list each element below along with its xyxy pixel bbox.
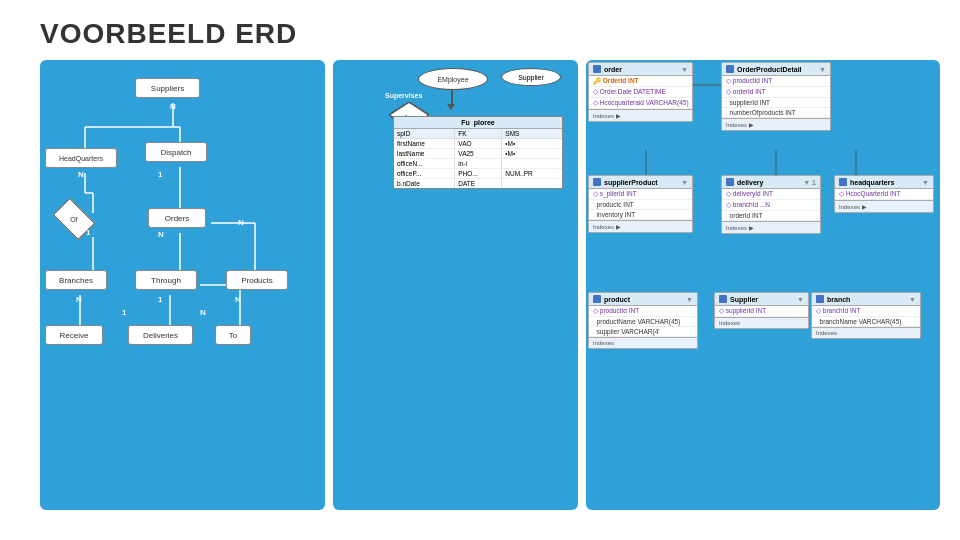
receive-label: Receive: [60, 331, 89, 340]
sp-row-splierid: ◇ s_plierId INT: [589, 189, 692, 200]
erd-middle-section: EMployee Supplier Supervises 1,n Fu plor…: [333, 60, 578, 510]
fc-box-to: To: [215, 325, 251, 345]
fc-box-dispatch: Dispatch: [145, 142, 207, 162]
order-indexes: Indexes ▶: [589, 109, 692, 121]
opd-indexes: Indexes ▶: [722, 118, 830, 130]
fc-box-receive: Receive: [45, 325, 103, 345]
db-table-opd-header: OrderProductDetail ▼: [722, 63, 830, 76]
opd-row-productid: ◇ productId INT: [722, 76, 830, 87]
supplier-row-id: ◇ supplierId INT: [715, 306, 808, 317]
db-table-branch: branch ▼ ◇ branchId INT branchName VARCH…: [811, 292, 921, 339]
headquarters-label: HeadQuarters: [59, 155, 103, 162]
branch-row-branchid: ◇ branchId INT: [812, 306, 920, 317]
db-table-delivery-header: delivery ▼ 1: [722, 176, 820, 189]
db-table-supplier: Supplier ▼ ◇ supplierId INT Indexes: [714, 292, 809, 329]
fc-box-suppliers: Suppliers: [135, 78, 200, 98]
fc-box-orders: Orders: [148, 208, 206, 228]
opd-row-numproducts: numberOfproducts INT: [722, 108, 830, 118]
fc-label-1a: 1: [158, 170, 162, 179]
branch-row-branchname: branchName VARCHAR(45): [812, 317, 920, 327]
erd-table: Fu ploree spID FK SMS firstName VAO •M• …: [393, 116, 563, 189]
product-indexes: Indexes: [589, 337, 697, 348]
main-content: Suppliers N HeadQuarters Dispatch N 1 Of…: [0, 60, 960, 520]
fc-label-n4: N: [238, 218, 244, 227]
db-table-order-header: order ▼: [589, 63, 692, 76]
db-table-supplier-header: Supplier ▼: [715, 293, 808, 306]
branch-indexes: Indexes: [812, 327, 920, 338]
order-row-hcoc: ◇ Hcocquarteraid VARCHAR(45): [589, 98, 692, 109]
fc-label-n3: N: [158, 230, 164, 239]
through-label: Through: [151, 276, 181, 285]
sp-indexes: Indexes ▶: [589, 220, 692, 232]
fc-box-headquarters: HeadQuarters: [45, 148, 117, 168]
fc-label-n1: N: [170, 102, 176, 111]
employee-label: EMployee: [437, 76, 468, 83]
fc-box-through: Through: [135, 270, 197, 290]
fc-label-1d: 1: [122, 308, 126, 317]
fc-label-n6: N: [235, 295, 241, 304]
fc-label-1b: 1: [86, 228, 90, 237]
order-row-orderdate: ◇ Order.Date DATETIME: [589, 87, 692, 98]
employee-oval: EMployee: [418, 68, 488, 90]
opd-row-supplierid: supplierId INT: [722, 98, 830, 108]
supervises-label: Supervises: [385, 92, 422, 99]
db-table-headquarters: headquarters ▼ ◇ HcocQuarterId INT Index…: [834, 175, 934, 213]
db-table-branch-header: branch ▼: [812, 293, 920, 306]
sp-row-productc: productc INT: [589, 200, 692, 210]
deliveries-label: Deliveries: [143, 331, 178, 340]
order-row-orderid: 🔑 OrderId INT: [589, 76, 692, 87]
erd-table-header: Fu ploree: [394, 117, 562, 129]
orders-label: Orders: [165, 214, 189, 223]
arrowhead: [447, 104, 455, 110]
to-label: To: [229, 331, 237, 340]
db-table-product-header: product ▼: [589, 293, 697, 306]
delivery-indexes: Indexes ▶: [722, 221, 820, 233]
hq-indexes: Indexes ▶: [835, 200, 933, 212]
delivery-row-orderid: orderId INT: [722, 211, 820, 221]
supplier-indexes: Indexes: [715, 317, 808, 328]
supplier-oval-label: Supplier: [518, 74, 544, 81]
hq-row-id: ◇ HcocQuarterId INT: [835, 189, 933, 200]
branches-label: Branches: [59, 276, 93, 285]
db-schema-section: order ▼ 🔑 OrderId INT ◇ Order.Date DATET…: [586, 60, 940, 510]
fc-label-n7: N: [200, 308, 206, 317]
erd-table-body: spID FK SMS firstName VAO •M• lastName V…: [394, 129, 562, 188]
supplier-oval: Supplier: [501, 68, 561, 86]
db-table-hq-header: headquarters ▼: [835, 176, 933, 189]
fc-box-products: Products: [226, 270, 288, 290]
sp-row-inventory: inventory INT: [589, 210, 692, 220]
product-row-supplier: supplier VARCHAR(4': [589, 327, 697, 337]
db-table-product: product ▼ ◇ productId INT productName VA…: [588, 292, 698, 349]
db-table-sp-header: supplierProduct ▼: [589, 176, 692, 189]
product-row-productname: productName VARCHAR(45): [589, 317, 697, 327]
db-table-delivery: delivery ▼ 1 ◇ deliveryId INT ◇ branchId…: [721, 175, 821, 234]
fc-label-n2: N: [78, 170, 84, 179]
fc-box-branches: Branches: [45, 270, 107, 290]
dispatch-label: Dispatch: [160, 148, 191, 157]
products-label: Products: [241, 276, 273, 285]
opd-row-orderid: ◇ orderId INT: [722, 87, 830, 98]
fc-label-1c: 1: [158, 295, 162, 304]
fc-box-deliveries: Deliveries: [128, 325, 193, 345]
delivery-row-deliveryid: ◇ deliveryId INT: [722, 189, 820, 200]
delivery-row-branchid: ◇ branchId ...N: [722, 200, 820, 211]
arrow-down: [451, 90, 453, 105]
flowchart-section: Suppliers N HeadQuarters Dispatch N 1 Of…: [40, 60, 325, 510]
fc-label-n5: N: [76, 295, 82, 304]
db-table-orderproductdetail: OrderProductDetail ▼ ◇ productId INT ◇ o…: [721, 62, 831, 131]
product-row-productid: ◇ productId INT: [589, 306, 697, 317]
suppliers-label: Suppliers: [151, 84, 184, 93]
db-table-order: order ▼ 🔑 OrderId INT ◇ Order.Date DATET…: [588, 62, 693, 122]
page-title: VOORBEELD ERD: [0, 0, 960, 60]
db-table-supplierproduct: supplierProduct ▼ ◇ s_plierId INT produc…: [588, 175, 693, 233]
